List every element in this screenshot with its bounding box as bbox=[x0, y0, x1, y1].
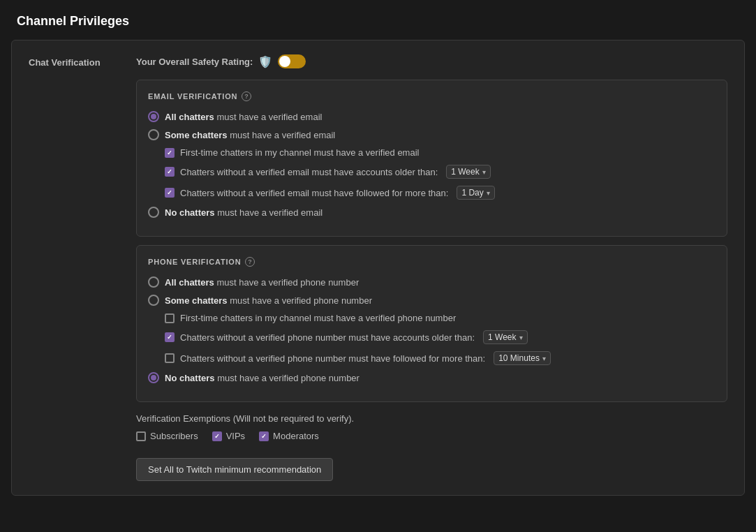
phone-sub-options: First-time chatters in my channel must h… bbox=[165, 313, 716, 365]
exempt-moderators-label: Moderators bbox=[273, 431, 319, 441]
exempt-subscribers[interactable]: Subscribers bbox=[136, 431, 198, 441]
exempt-moderators[interactable]: Moderators bbox=[259, 431, 319, 441]
email-sub-1[interactable]: First-time chatters in my channel must h… bbox=[165, 147, 716, 158]
email-info-icon[interactable]: ? bbox=[242, 91, 251, 101]
exempt-subscribers-checkbox bbox=[136, 431, 146, 441]
email-radio-none[interactable]: No chatters must have a verified email bbox=[148, 207, 716, 218]
safety-toggle[interactable] bbox=[278, 54, 306, 68]
email-radio-all-circle bbox=[148, 111, 159, 122]
phone-verification-box: PHONE VERIFICATION ? All chatters must h… bbox=[136, 245, 727, 402]
phone-radio-none-circle bbox=[148, 372, 159, 383]
email-verification-title: EMAIL VERIFICATION ? bbox=[148, 91, 716, 101]
phone-radio-some-label: Some chatters must have a verified phone… bbox=[165, 295, 372, 306]
email-radio-all-label: All chatters must have a verified email bbox=[165, 112, 322, 122]
email-sub-1-label: First-time chatters in my channel must h… bbox=[180, 147, 419, 158]
exemptions-title: Verification Exemptions (Will not be req… bbox=[136, 413, 727, 424]
page-header: Channel Privileges bbox=[0, 0, 756, 40]
email-radio-all[interactable]: All chatters must have a verified email bbox=[148, 111, 716, 122]
phone-radio-some-circle bbox=[148, 295, 159, 306]
phone-sub-3-checkbox bbox=[165, 353, 175, 363]
twitch-min-button[interactable]: Set All to Twitch minimum recommendation bbox=[136, 458, 333, 481]
email-sub-2-checkbox bbox=[165, 167, 175, 177]
email-sub-2[interactable]: Chatters without a verified email must h… bbox=[165, 165, 716, 179]
email-radio-some-circle bbox=[148, 129, 159, 140]
phone-sub-2-label: Chatters without a verified phone number… bbox=[180, 332, 475, 343]
phone-info-icon[interactable]: ? bbox=[245, 257, 255, 267]
exempt-subscribers-label: Subscribers bbox=[150, 431, 198, 441]
email-radio-some[interactable]: Some chatters must have a verified email bbox=[148, 129, 716, 140]
section-label: Chat Verification bbox=[29, 54, 119, 481]
phone-account-age-dropdown[interactable]: 1 Week bbox=[483, 330, 527, 344]
email-sub-2-label: Chatters without a verified email must h… bbox=[180, 167, 438, 177]
phone-sub-1[interactable]: First-time chatters in my channel must h… bbox=[165, 313, 716, 323]
email-sub-options: First-time chatters in my channel must h… bbox=[165, 147, 716, 200]
email-radio-some-label: Some chatters must have a verified email bbox=[165, 130, 335, 140]
phone-radio-all[interactable]: All chatters must have a verified phone … bbox=[148, 276, 716, 288]
phone-sub-3-label: Chatters without a verified phone number… bbox=[180, 353, 485, 364]
exempt-vips-checkbox bbox=[212, 431, 222, 441]
phone-radio-all-label: All chatters must have a verified phone … bbox=[165, 277, 359, 288]
phone-sub-2-checkbox bbox=[165, 332, 175, 342]
exempt-vips[interactable]: VIPs bbox=[212, 431, 245, 441]
phone-sub-1-checkbox bbox=[165, 313, 175, 323]
shield-icon: 🛡️ bbox=[258, 55, 272, 68]
email-sub-3-label: Chatters without a verified email must h… bbox=[180, 188, 448, 198]
phone-follow-age-dropdown[interactable]: 10 Minutes bbox=[494, 351, 551, 365]
safety-rating-row: Your Overall Safety Rating: 🛡️ bbox=[136, 54, 727, 68]
phone-radio-none-label: No chatters must have a verified phone n… bbox=[165, 373, 360, 383]
exemptions-row: Verification Exemptions (Will not be req… bbox=[136, 413, 727, 447]
page-title: Channel Privileges bbox=[0, 0, 756, 40]
email-verification-box: EMAIL VERIFICATION ? All chatters must h… bbox=[136, 80, 727, 237]
exempt-vips-label: VIPs bbox=[226, 431, 245, 441]
phone-sub-2[interactable]: Chatters without a verified phone number… bbox=[165, 330, 716, 344]
email-sub-3[interactable]: Chatters without a verified email must h… bbox=[165, 186, 716, 200]
phone-radio-none[interactable]: No chatters must have a verified phone n… bbox=[148, 372, 716, 383]
email-sub-3-checkbox bbox=[165, 188, 175, 198]
email-radio-none-label: No chatters must have a verified email bbox=[165, 207, 323, 218]
exemptions-checkboxes: Subscribers VIPs Moderators bbox=[136, 431, 727, 441]
phone-sub-1-label: First-time chatters in my channel must h… bbox=[180, 313, 456, 323]
phone-radio-all-circle bbox=[148, 276, 159, 288]
safety-rating-label: Your Overall Safety Rating: bbox=[136, 57, 253, 67]
email-account-age-dropdown[interactable]: 1 Week bbox=[446, 165, 490, 179]
email-follow-age-dropdown[interactable]: 1 Day bbox=[457, 186, 494, 200]
phone-radio-some[interactable]: Some chatters must have a verified phone… bbox=[148, 295, 716, 306]
phone-verification-title: PHONE VERIFICATION ? bbox=[148, 257, 716, 267]
toggle-knob bbox=[279, 56, 290, 67]
chat-verification-section: Chat Verification Your Overall Safety Ra… bbox=[11, 40, 745, 496]
phone-sub-3[interactable]: Chatters without a verified phone number… bbox=[165, 351, 716, 365]
section-body: Your Overall Safety Rating: 🛡️ EMAIL VER… bbox=[136, 54, 727, 481]
email-radio-none-circle bbox=[148, 207, 159, 218]
email-sub-1-checkbox bbox=[165, 148, 175, 158]
exempt-moderators-checkbox bbox=[259, 431, 269, 441]
